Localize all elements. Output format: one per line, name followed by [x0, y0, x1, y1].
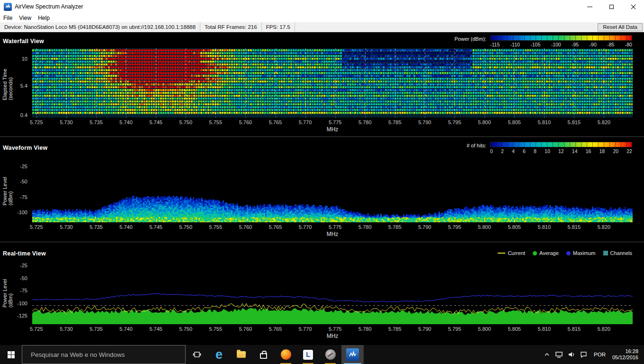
airview-icon — [4, 3, 12, 11]
freq-tick: 5.730 — [60, 326, 73, 332]
reset-all-data-button[interactable]: Reset All Data — [598, 23, 643, 31]
hits-tick: 8 — [534, 148, 537, 154]
legend-swatch-average — [533, 251, 537, 255]
tray-expand-button[interactable] — [541, 345, 553, 364]
edge-browser-button[interactable]: e — [208, 345, 230, 364]
chevron-up-icon — [544, 352, 550, 357]
orange-ball-icon — [281, 349, 291, 360]
freq-tick: 5.820 — [598, 326, 611, 332]
y-tick: -25 — [20, 164, 27, 169]
task-view-button[interactable] — [186, 345, 208, 364]
network-tray-button[interactable] — [553, 345, 565, 364]
freq-tick: 5.805 — [508, 326, 521, 332]
store-button[interactable] — [252, 345, 275, 364]
folder-icon — [237, 351, 246, 358]
power-gradient-bar — [490, 35, 632, 41]
legend-label: Current — [508, 250, 525, 256]
clock-time: 16:28 — [612, 348, 638, 355]
freq-tick: 5.740 — [119, 119, 133, 125]
power-tick: -105 — [530, 42, 540, 47]
start-button[interactable] — [0, 345, 22, 364]
taskbar-search[interactable] — [22, 345, 186, 364]
realtime-panel: Real-time View CurrentAverageMaximumChan… — [0, 242, 644, 345]
hits-gradient-bar — [490, 142, 632, 147]
language-indicator[interactable]: POR — [590, 352, 609, 357]
menu-view[interactable]: View — [16, 15, 35, 21]
menu-help[interactable]: Help — [35, 15, 53, 21]
freq-tick: 5.785 — [388, 326, 402, 332]
power-colorbar: Power (dBm): -115-110-105-100-95-90-85-8… — [455, 35, 632, 47]
airview-taskbar-button[interactable] — [341, 345, 364, 364]
hits-tick: 14 — [572, 148, 578, 154]
freq-tick: 5.805 — [508, 119, 521, 125]
legend-channels: Channels — [603, 250, 632, 256]
rf-frames-status: Total RF Frames: 216 — [200, 22, 262, 32]
freq-tick: 5.725 — [30, 224, 43, 230]
freq-tick: 5.755 — [209, 119, 223, 125]
freq-tick: 5.790 — [418, 119, 431, 125]
file-explorer-button[interactable] — [230, 345, 252, 364]
maximize-button[interactable] — [600, 0, 622, 13]
freq-tick: 5.750 — [179, 119, 192, 125]
freq-tick: 5.780 — [358, 326, 372, 332]
letter-l-icon: L — [303, 350, 313, 360]
waveform-x-ticks: 5.7255.7305.7355.7405.7455.7505.7555.760… — [32, 222, 633, 231]
minimize-button[interactable] — [579, 0, 600, 13]
power-colorbar-label: Power (dBm): — [455, 36, 486, 42]
paint-app-button[interactable] — [319, 345, 341, 364]
legend-average: Average — [533, 250, 559, 256]
freq-tick: 5.790 — [418, 326, 431, 332]
freq-tick: 5.795 — [448, 119, 461, 125]
close-button[interactable] — [622, 0, 644, 13]
freq-tick: 5.765 — [269, 119, 282, 125]
waveform-plot-area: Power Level (dBm) -25-50-75-100 — [0, 155, 644, 222]
freq-tick: 5.785 — [388, 119, 402, 125]
edge-icon: e — [215, 348, 223, 361]
realtime-x-ticks: 5.7255.7305.7355.7405.7455.7505.7555.760… — [32, 324, 633, 333]
freq-tick: 5.770 — [299, 224, 312, 230]
freq-tick: 5.775 — [329, 326, 342, 332]
hits-tick: 12 — [558, 148, 564, 154]
volume-tray-button[interactable] — [565, 345, 578, 364]
windows-logo-icon — [8, 351, 15, 358]
freq-tick: 5.725 — [30, 326, 43, 332]
freq-tick: 5.745 — [149, 326, 162, 332]
hits-tick: 6 — [523, 148, 526, 154]
power-tick: -100 — [551, 42, 561, 47]
freq-tick: 5.810 — [538, 326, 551, 332]
waterfall-title: Waterfall View — [3, 38, 44, 45]
freq-tick: 5.780 — [358, 224, 372, 230]
y-tick: 5.4 — [20, 83, 27, 89]
legend-swatch-channels — [603, 251, 608, 255]
action-center-button[interactable] — [578, 345, 590, 364]
waterfall-x-ticks: 5.7255.7305.7355.7405.7455.7505.7555.760… — [32, 118, 633, 126]
freq-tick: 5.810 — [538, 224, 551, 230]
freq-tick: 5.780 — [358, 119, 372, 125]
freq-tick: 5.800 — [478, 224, 491, 230]
l-app-button[interactable]: L — [297, 345, 319, 364]
freq-tick: 5.770 — [299, 119, 312, 125]
realtime-title: Real-time View — [3, 250, 46, 257]
legend-label: Maximum — [573, 250, 596, 256]
y-tick: -50 — [20, 179, 27, 184]
clock-date: 05/12/2016 — [612, 355, 638, 361]
y-tick: -100 — [17, 209, 27, 215]
power-tick: -95 — [572, 42, 579, 47]
paint-app-icon — [325, 349, 336, 360]
realtime-plot-area: Power Level (dBm) -25-50-75-100-125 — [0, 258, 644, 324]
realtime-x-unit: MHz — [32, 333, 633, 339]
hits-tick: 10 — [545, 148, 550, 154]
notification-bubble-icon — [581, 352, 587, 358]
search-input[interactable] — [30, 351, 185, 359]
freq-tick: 5.725 — [30, 119, 43, 125]
y-tick: -75 — [20, 288, 27, 293]
store-bag-icon — [260, 353, 267, 359]
hits-tick: 2 — [501, 148, 504, 154]
freq-tick: 5.735 — [89, 224, 103, 230]
freq-tick: 5.775 — [329, 119, 342, 125]
menu-file[interactable]: File — [0, 15, 16, 21]
legend-swatch-current — [498, 253, 505, 254]
freq-tick: 5.820 — [598, 119, 611, 125]
taskbar-clock[interactable]: 16:28 05/12/2016 — [609, 348, 644, 361]
orange-ball-app-button[interactable] — [275, 345, 297, 364]
